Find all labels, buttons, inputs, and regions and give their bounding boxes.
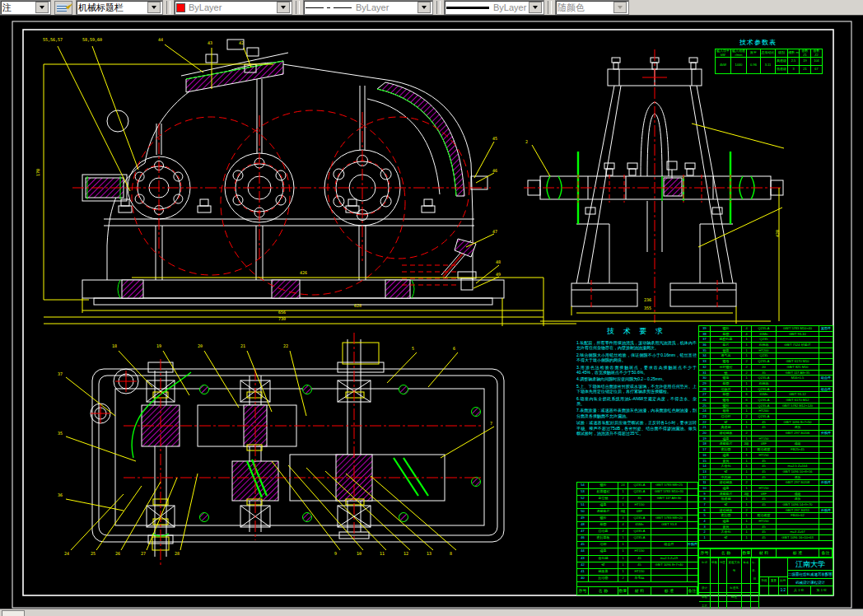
bom-note	[688, 522, 697, 529]
dimension-text: 426	[300, 271, 307, 275]
bom-standard: GB/T 1096 10×8×56	[777, 469, 819, 475]
bom-name: 箱座	[711, 408, 742, 414]
bom-standard	[777, 436, 819, 442]
bom-standard	[777, 453, 819, 459]
part-callout: 6	[453, 347, 455, 351]
bom-material: Q235	[752, 337, 777, 343]
part-callout: 58,59,60	[82, 38, 102, 42]
bom-name: 密封圈	[711, 447, 742, 453]
bom-no: 50	[577, 509, 589, 516]
bom-row: 2 大齿轮 1 45 m=3 Z=67	[699, 530, 833, 535]
bom-standard	[777, 459, 819, 464]
bom-standard	[777, 414, 819, 420]
bom-note	[688, 516, 697, 522]
titleblock-icon[interactable]	[54, 1, 72, 15]
bom-no: 1	[699, 535, 711, 541]
layer-combo[interactable]: 注	[0, 0, 51, 15]
bom-note	[819, 475, 833, 481]
linetype-combo[interactable]: ByLayer	[303, 0, 433, 15]
bom-standard: GB/T 93-10	[777, 332, 819, 338]
bom-name: 螺母	[711, 359, 742, 365]
bom-row: 48 垫圈 4 65Mn GB/T 93-8	[577, 522, 697, 529]
bom-qty: 1	[742, 408, 752, 414]
titleblock-combo-arrow[interactable]	[147, 2, 161, 13]
bom-name: 密封圈	[711, 513, 742, 519]
bom-note	[688, 483, 697, 489]
bom-qty: 4	[618, 516, 628, 522]
part-callout: 37	[58, 372, 63, 376]
titleblock-combo[interactable]: 机械标题栏	[76, 0, 163, 15]
bom-standard	[777, 486, 819, 492]
title-block-fields: 标记处数 分区更改文件号 签名年、月、日 设计 标准化 审核 批准 工艺	[699, 558, 760, 595]
bom-name: 起盖螺钉	[589, 489, 618, 496]
bom-material: HT150	[628, 502, 651, 509]
bom-material: Q235-A	[752, 326, 777, 332]
bom-material: 45	[752, 464, 777, 469]
tech-requirement-line: 试验：减速器装配好后应做空载试验，正反转各1小时，要求运转平稳、噪声不超过75d…	[576, 420, 697, 436]
dimension-text: 656	[278, 310, 286, 315]
side-centerlines	[524, 49, 781, 323]
bom-material: 35	[628, 496, 651, 502]
color-combo[interactable]: ByLayer	[174, 0, 292, 15]
layer-combo-arrow[interactable]	[35, 2, 49, 13]
bom-no: 3	[699, 525, 711, 530]
bom-qty: 1	[618, 502, 628, 509]
part-callout: 19	[156, 344, 161, 348]
bom-row: 49 螺栓 4 Q235-A GB/T 5783 M8×20	[577, 516, 697, 522]
part-callout: 22	[283, 344, 288, 348]
lineweight-combo[interactable]: ByLayer	[444, 0, 544, 15]
tech-requirement-line: 3.用涂色法检验齿面接触斑点，要求齿高接触斑点不少于40.45%，齿宽接触斑点不…	[576, 365, 697, 376]
linetype-combo-arrow[interactable]	[418, 2, 431, 13]
lineweight-combo-arrow[interactable]	[529, 2, 542, 13]
bom-material	[752, 508, 777, 514]
tech-requirements-title: 技 术 要 求	[576, 326, 697, 337]
bom-name: 螺塞	[711, 376, 742, 381]
bom-standard: GB/T 7124 软垫片	[777, 343, 819, 348]
bom-note: 外购件	[819, 431, 833, 436]
bom-material: Q235-A	[628, 529, 651, 535]
sheet-total: 共 1 张	[788, 586, 811, 595]
bom-standard: m=2.5 Z=19	[651, 556, 688, 562]
bom-name: 油杯	[589, 542, 618, 548]
bom-no: 49	[577, 516, 589, 522]
part-callout: 36	[58, 493, 63, 497]
bom-standard	[777, 337, 819, 343]
toolbar-separator	[166, 1, 170, 14]
bom-qty: 1	[742, 425, 752, 431]
bom-no: 28	[699, 387, 711, 393]
bom-row: 50 调整垫片 2组 08F	[577, 509, 697, 516]
bom-note	[819, 453, 833, 459]
bom-row: 5 密封圈 1 耐油橡胶 FB40×62	[699, 513, 833, 519]
bom-qty: 1	[618, 489, 628, 496]
drawing-subtitle: 机械设计课程设计	[788, 579, 833, 586]
bom-note: 组合件	[819, 376, 833, 381]
layout-tab-partial[interactable]	[2, 610, 25, 616]
bom-qty: 1	[618, 556, 628, 562]
bom-note	[688, 548, 697, 555]
bom-name: 端盖	[711, 519, 742, 525]
tech-params-title: 技术参数表	[739, 38, 777, 47]
bom-row: 13 键 1 45 GB/T 1096 10×8×56	[699, 469, 833, 475]
bom-standard: GB/T 1096 8×7×40	[651, 562, 688, 569]
bom-row: 41 轴承盖 1 HT150	[577, 569, 697, 576]
bom-standard	[651, 535, 688, 542]
part-callout: 46	[492, 169, 497, 173]
bom-no: 22	[699, 420, 711, 426]
part-callout: 25	[91, 552, 96, 556]
bom-standard: FB40×62	[777, 513, 819, 519]
bom-qty: 1	[742, 513, 752, 519]
toolbar-separator	[296, 1, 300, 14]
bom-qty: 2	[618, 576, 628, 582]
bom-no: 13	[699, 469, 711, 475]
part-callout: 18	[112, 344, 117, 348]
bom-row: 15 套筒 1 45	[699, 459, 833, 464]
part-callout: 12	[404, 552, 408, 556]
bom-row: 54 螺栓 24 Q235-A GB/T 5783 M8×25	[577, 483, 697, 489]
bom-table-left: 54 螺栓 24 Q235-A GB/T 5783 M8×25 53 起盖螺钉 …	[576, 482, 698, 595]
bom-name: 中间轴	[711, 475, 742, 481]
bom-no: 10	[699, 486, 711, 492]
bom-note	[819, 525, 833, 530]
param-value: 3.11	[761, 58, 776, 74]
bom-material: Q235	[752, 353, 777, 359]
color-combo-arrow[interactable]	[277, 2, 290, 13]
